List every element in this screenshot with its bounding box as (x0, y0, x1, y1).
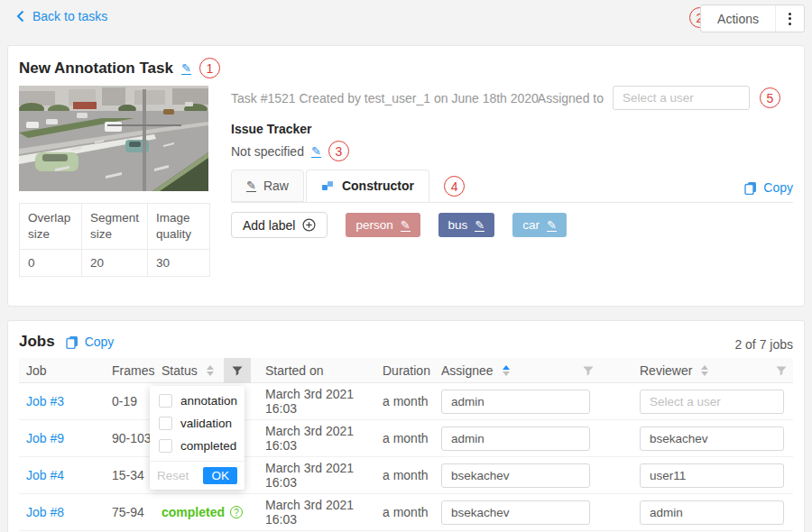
edit-label-icon[interactable]: ✎ (401, 219, 411, 232)
labels-constructor: Add label person ✎ bus ✎ car ✎ (231, 212, 567, 238)
label-chip-person[interactable]: person ✎ (346, 213, 420, 237)
param-header-overlap: Overlap size (20, 204, 82, 250)
started-cell: March 3rd 2021 16:03 (258, 498, 375, 527)
reviewer-input[interactable] (640, 390, 784, 414)
sort-status-control[interactable] (207, 365, 214, 376)
column-reviewer-label: Reviewer (640, 363, 692, 378)
edit-label-icon[interactable]: ✎ (547, 219, 557, 232)
assignee-input[interactable] (441, 463, 590, 488)
filter-option-label: completed (180, 439, 236, 453)
filter-status-icon[interactable] (224, 358, 251, 383)
job-link[interactable]: Job #9 (26, 431, 64, 445)
duration-cell: a month (375, 394, 434, 408)
question-circle-icon[interactable]: ? (230, 506, 243, 518)
annotation-badge-5: 5 (760, 87, 780, 108)
column-duration: Duration (375, 358, 434, 383)
more-menu-icon[interactable] (775, 5, 804, 32)
task-preview-image (19, 86, 208, 191)
add-label-button[interactable]: Add label (231, 212, 328, 238)
jobs-title: Jobs (19, 333, 55, 351)
reset-filter-button[interactable]: Reset (157, 469, 189, 482)
task-params-table: Overlap size Segment size Image quality … (19, 203, 210, 277)
ok-filter-button[interactable]: OK (203, 467, 237, 484)
column-reviewer: Reviewer (632, 358, 795, 383)
table-row: Job #3 0-19 March 3rd 2021 16:03 a month (19, 383, 793, 420)
job-link[interactable]: Job #3 (26, 394, 64, 408)
chevron-left-icon (16, 10, 24, 23)
issue-tracker-label: Issue Tracker (231, 122, 312, 136)
tab-raw[interactable]: ✎ Raw (231, 170, 304, 202)
frames-cell: 75-94 (105, 505, 154, 519)
frames-cell: 15-34 (105, 468, 154, 482)
jobs-table-body: Job #3 0-19 March 3rd 2021 16:03 a month… (19, 383, 793, 531)
assignee-input[interactable] (441, 390, 590, 414)
duration-cell: a month (375, 431, 434, 445)
copy-icon (66, 335, 78, 349)
task-card: New Annotation Task ✎ 1 (7, 45, 805, 307)
assignee-input[interactable] (441, 500, 590, 525)
label-chip-car[interactable]: car ✎ (512, 213, 567, 237)
started-cell: March 3rd 2021 16:03 (258, 424, 375, 453)
annotation-badge-4: 4 (444, 176, 465, 197)
copy-labels-link[interactable]: Copy (744, 180, 793, 195)
column-assignee-label: Assignee (441, 363, 494, 378)
edit-issue-tracker-icon[interactable]: ✎ (311, 145, 321, 158)
table-row: Job #4 15-34 March 3rd 2021 16:03 a mont… (19, 457, 793, 494)
task-title: New Annotation Task (19, 60, 173, 78)
copy-icon (744, 181, 757, 195)
checkbox-completed[interactable] (159, 439, 172, 453)
task-meta: Task #1521 Created by test_user_1 on Jun… (231, 91, 539, 105)
labels-tabs-bar: ✎ Raw Constructor 4 Copy (231, 170, 793, 203)
frames-cell: 90-103 (105, 431, 154, 445)
assigned-to-input[interactable] (613, 86, 750, 110)
param-value-segment: 20 (82, 250, 148, 277)
label-chip-car-name: car (522, 218, 540, 232)
started-cell: March 3rd 2021 16:03 (258, 387, 375, 416)
checkbox-validation[interactable] (159, 417, 172, 430)
jobs-count: 2 of 7 jobs (734, 337, 793, 352)
jobs-card: Jobs Copy 2 of 7 jobs Job Frames Status … (7, 320, 805, 532)
jobs-table-header: Job Frames Status Started on Duration As… (19, 358, 793, 383)
issue-tracker-value: Not specified (231, 144, 304, 159)
filter-reviewer-icon[interactable] (768, 358, 795, 383)
actions-label[interactable]: Actions (701, 5, 775, 32)
filter-option-label: validation (180, 417, 232, 430)
filter-assignee-icon[interactable] (575, 358, 602, 383)
reviewer-input[interactable] (640, 500, 784, 525)
actions-button[interactable]: Actions (700, 5, 805, 32)
filter-option-label: annotation (180, 394, 237, 408)
block-build-icon (321, 179, 335, 192)
edit-label-icon[interactable]: ✎ (475, 219, 484, 232)
reviewer-input[interactable] (640, 463, 784, 488)
label-chip-person-name: person (355, 218, 392, 232)
label-chip-bus-name: bus (448, 218, 468, 232)
assignee-input[interactable] (441, 427, 590, 451)
reviewer-input[interactable] (640, 427, 784, 451)
column-started-on: Started on (258, 358, 375, 383)
filter-option-validation[interactable]: validation (150, 412, 245, 435)
sort-reviewer-control[interactable] (701, 365, 708, 376)
column-status-label: Status (161, 363, 198, 378)
job-link[interactable]: Job #8 (26, 505, 64, 519)
sort-assignee-control[interactable] (503, 365, 510, 376)
filter-option-completed[interactable]: completed (150, 435, 245, 457)
status-cell: completed ? (154, 505, 258, 519)
annotation-badge-1: 1 (199, 58, 220, 78)
duration-cell: a month (375, 505, 434, 519)
edit-title-icon[interactable]: ✎ (181, 62, 191, 75)
tab-raw-label: Raw (263, 179, 289, 193)
job-link[interactable]: Job #4 (26, 468, 64, 482)
add-label-text: Add label (243, 218, 295, 233)
back-to-tasks-link[interactable]: Back to tasks (16, 9, 107, 23)
copy-jobs-link[interactable]: Copy (66, 335, 115, 349)
checkbox-annotation[interactable] (159, 394, 172, 408)
label-chip-bus[interactable]: bus ✎ (438, 213, 495, 237)
tab-constructor[interactable]: Constructor (306, 170, 429, 202)
duration-cell: a month (375, 468, 434, 482)
filter-option-annotation[interactable]: annotation (150, 390, 245, 412)
started-cell: March 3rd 2021 16:03 (258, 461, 375, 490)
param-value-overlap: 0 (20, 250, 82, 277)
param-value-quality: 30 (148, 250, 210, 277)
annotation-badge-3: 3 (328, 141, 349, 161)
param-header-quality: Image quality (148, 204, 210, 250)
